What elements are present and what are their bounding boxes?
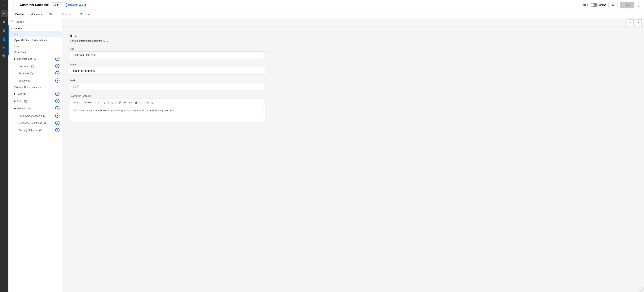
add-consumes-button[interactable]: +	[55, 64, 60, 68]
desc-tab-preview[interactable]: Preview	[82, 100, 94, 105]
sidebar-definitions-row[interactable]: ▶ Definitions (1) +	[9, 105, 62, 112]
field-group-title: Title	[70, 48, 265, 59]
nav-search-icon[interactable]: 🔍	[1, 52, 8, 59]
sidebar-schemes-label: Schemes List (1)	[17, 58, 36, 60]
nav-users-icon[interactable]: 👤	[1, 36, 8, 42]
nav-home-icon[interactable]: ⌂	[1, 2, 8, 9]
format-strikethrough-button[interactable]: S	[110, 100, 114, 105]
sidebar-schemes-row[interactable]: ▶ Schemes List (1) +	[9, 55, 62, 62]
offline-toggle-group: Offline	[590, 3, 606, 7]
nav-edit-icon[interactable]: ✏	[1, 10, 8, 17]
sidebar-produces-label: Produces (0)	[14, 72, 33, 75]
vertical-nav: ⌂ ✏ ⊞ ☰ 👤 ⚙ 🔍	[0, 0, 8, 292]
sidebar-item-openapi-spec[interactable]: OpenAPI Specification Version	[9, 37, 62, 43]
add-paths-button[interactable]: +	[55, 99, 60, 103]
field-label-description: Description (optional)	[70, 95, 265, 98]
desc-tab-write[interactable]: Write	[72, 100, 81, 105]
format-quote-button[interactable]: ❝❝	[122, 100, 128, 105]
sidebar-security-schemes-label: Security Schemes (0)	[14, 129, 42, 132]
offline-toggle[interactable]	[590, 3, 598, 7]
sidebar-external-docs-row[interactable]: External Documentation	[9, 84, 62, 90]
format-bold-button[interactable]: B	[102, 100, 106, 105]
sidebar-paths-row[interactable]: ▶ Paths (2) +	[9, 98, 62, 105]
search-input[interactable]	[16, 20, 60, 23]
sidebar: 🔍 ▾ General Info OpenAPI Specification V…	[8, 18, 62, 292]
format-image-button[interactable]: 🖼	[133, 100, 138, 105]
format-ul-button[interactable]: ≡	[140, 100, 144, 105]
sidebar-response-defs-row[interactable]: Response Definitions (0) +	[9, 119, 62, 126]
sidebar-section-schemes: ▶ Schemes List (1) +	[8, 55, 62, 62]
toolbar-sep-2	[115, 101, 116, 104]
sidebar-tags-row[interactable]: ▶ Tags (1) +	[9, 90, 62, 98]
chevron-right-icon-paths: ▶	[14, 100, 16, 102]
field-input-title[interactable]	[70, 52, 265, 59]
nav-settings-icon[interactable]: ⚙	[1, 44, 8, 51]
format-link-button[interactable]: 🔗	[117, 100, 122, 105]
version-dropdown[interactable]: 1.0.0	[51, 2, 63, 7]
sidebar-external-docs-label: External Documentation	[14, 86, 41, 88]
toolbar-sep-1	[96, 101, 96, 104]
sidebar-param-defs-row[interactable]: Parameter Definitions (0) +	[9, 112, 62, 119]
sidebar-search-container: 🔍	[8, 18, 62, 26]
sidebar-section-external-docs: External Documentation	[8, 84, 62, 90]
field-input-name[interactable]	[70, 67, 265, 74]
add-scheme-button[interactable]: +	[55, 57, 60, 61]
sidebar-item-info-label: Info	[14, 33, 18, 36]
tab-gateway[interactable]: Gateway	[28, 11, 46, 18]
add-definitions-button[interactable]: +	[55, 106, 60, 110]
settings-gear-button[interactable]: ⚙	[611, 2, 615, 8]
content-toolbar: ✎ </>	[62, 18, 644, 27]
sidebar-consumes-row[interactable]: Consumes (0) +	[9, 62, 62, 70]
sidebar-general-label: General	[14, 27, 22, 30]
sidebar-item-info[interactable]: Info	[9, 32, 62, 37]
sidebar-produces-row[interactable]: Produces (0) +	[9, 70, 62, 77]
search-icon: 🔍	[11, 20, 14, 23]
tab-endpoint: Endpoint	[58, 11, 76, 18]
chevron-right-icon-defs: ▶	[14, 107, 16, 110]
code-view-button[interactable]: </>	[635, 19, 642, 26]
toggle-knob	[591, 4, 594, 6]
add-tags-button[interactable]: +	[55, 92, 60, 96]
openapi-badge-button[interactable]: Open API v2.0	[66, 3, 86, 7]
format-checklist-button[interactable]: ☑	[150, 100, 155, 105]
add-security-button[interactable]: +	[55, 78, 60, 83]
sidebar-item-openapi-label: OpenAPI Specification Version	[14, 39, 48, 42]
add-response-defs-button[interactable]: +	[55, 121, 60, 125]
more-options-button[interactable]: ⋮	[636, 2, 641, 8]
save-button[interactable]: Save	[620, 2, 634, 8]
format-code-button[interactable]: <>	[128, 100, 133, 105]
add-security-schemes-button[interactable]: +	[55, 128, 60, 132]
sidebar-item-host[interactable]: Host	[9, 43, 62, 49]
edit-view-button[interactable]: ✎	[627, 19, 634, 26]
sidebar-item-basepath-label: Base Path	[14, 51, 26, 54]
description-content[interactable]: This is the customer database sample Swa…	[70, 106, 264, 122]
version-select-wrap[interactable]: 1.0.0	[51, 2, 63, 7]
format-tt-button[interactable]: TT	[97, 100, 102, 105]
top-header: ↓ Customer Database 1.0.0 Open API v2.0 …	[8, 0, 644, 10]
sidebar-general-header[interactable]: ▾ General	[9, 26, 62, 32]
tab-design[interactable]: Design	[12, 11, 28, 18]
nav-grid-icon[interactable]: ⊞	[1, 19, 8, 26]
chevron-right-icon-tags: ▶	[14, 92, 16, 95]
field-input-version[interactable]	[70, 83, 265, 90]
field-group-version: Version	[70, 79, 265, 90]
sidebar-security-row[interactable]: Security (0) +	[9, 77, 62, 84]
sidebar-security-schemes-row[interactable]: Security Schemes (0) +	[9, 126, 62, 134]
info-section-title: Info	[70, 33, 265, 38]
tab-test[interactable]: Test	[46, 11, 58, 18]
sidebar-section-general: ▾ General Info OpenAPI Specification Ver…	[8, 26, 62, 55]
format-italic-button[interactable]: I	[107, 100, 110, 105]
sidebar-tags-label: Tags (1)	[17, 92, 26, 95]
sidebar-item-base-path[interactable]: Base Path	[9, 49, 62, 55]
sidebar-section-param-defs: Parameter Definitions (0) +	[8, 112, 62, 119]
add-produces-button[interactable]: +	[55, 71, 60, 76]
add-param-defs-button[interactable]: +	[55, 114, 60, 118]
resize-handle[interactable]	[640, 288, 642, 290]
format-ol-button[interactable]: ≡#	[145, 100, 150, 105]
chevron-down-icon: ▾	[11, 27, 12, 30]
tab-explorer[interactable]: Explorer	[76, 11, 94, 18]
header-logo: ↓	[12, 2, 18, 8]
sidebar-consumes-label: Consumes (0)	[14, 65, 34, 68]
field-label-title: Title	[70, 48, 265, 50]
nav-list-icon[interactable]: ☰	[1, 27, 8, 34]
